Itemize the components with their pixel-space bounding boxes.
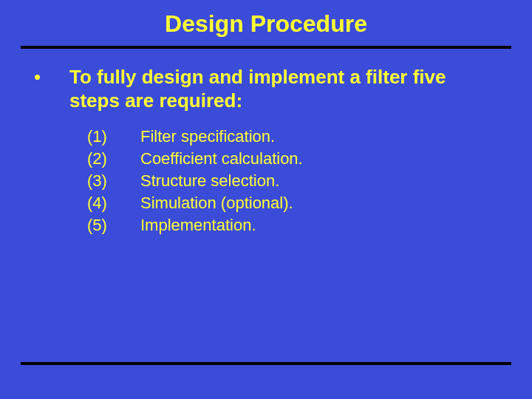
- bullet-glyph: •: [34, 65, 69, 89]
- list-item: (3) Structure selection.: [87, 170, 498, 192]
- list-item: (2) Coefficient calculation.: [87, 148, 498, 170]
- step-text: Coefficient calculation.: [140, 148, 498, 170]
- list-item: (5) Implementation.: [87, 214, 498, 236]
- step-text: Simulation (optional).: [140, 192, 498, 214]
- horizontal-rule-bottom: [21, 362, 511, 365]
- list-item: (4) Simulation (optional).: [87, 192, 498, 214]
- step-number: (1): [87, 126, 140, 148]
- step-text: Implementation.: [140, 214, 498, 236]
- slide-title: Design Procedure: [0, 0, 532, 38]
- bullet-row: • To fully design and implement a filter…: [34, 65, 498, 112]
- step-number: (3): [87, 170, 140, 192]
- slide: Design Procedure • To fully design and i…: [0, 0, 532, 399]
- horizontal-rule-top: [21, 46, 511, 49]
- step-number: (4): [87, 192, 140, 214]
- subtitle-text: To fully design and implement a filter f…: [69, 65, 498, 112]
- step-text: Structure selection.: [140, 170, 498, 192]
- list-item: (1) Filter specification.: [87, 126, 498, 148]
- step-text: Filter specification.: [140, 126, 498, 148]
- step-number: (2): [87, 148, 140, 170]
- step-number: (5): [87, 214, 140, 236]
- steps-list: (1) Filter specification. (2) Coefficien…: [87, 126, 498, 236]
- slide-content: • To fully design and implement a filter…: [34, 65, 498, 236]
